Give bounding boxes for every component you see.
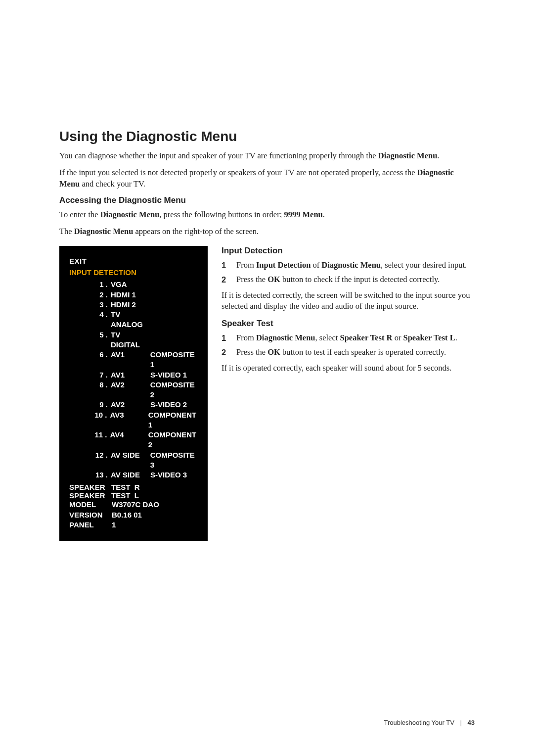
- menu-speaker-test-r: SPEAKER TEST R: [69, 483, 201, 491]
- list-item: 2 Press the OK button to test if each sp…: [222, 347, 475, 358]
- access-paragraph-2: The Diagnostic Menu appears on the right…: [59, 226, 475, 237]
- page-heading: Using the Diagnostic Menu: [59, 129, 475, 144]
- menu-input-label: AV2: [111, 380, 150, 400]
- menu-input-num: 8 .: [85, 380, 111, 400]
- menu-input-row: 7 .AV1S-VIDEO 1: [85, 370, 201, 380]
- speaker-test-list: 1 From Diagnostic Menu, select Speaker T…: [222, 332, 475, 358]
- menu-input-extra: S-VIDEO 2: [150, 400, 187, 410]
- menu-input-label: AV1: [111, 350, 150, 370]
- list-body: Press the OK button to check if the inpu…: [236, 274, 475, 285]
- menu-input-label: AV4: [110, 430, 148, 450]
- list-body: Press the OK button to test if each spea…: [236, 347, 475, 358]
- text: From: [236, 333, 256, 342]
- footer-separator: |: [460, 719, 462, 726]
- text-bold: Speaker Test R: [340, 333, 392, 342]
- menu-input-row: 1 .VGA: [85, 280, 201, 289]
- menu-input-extra: S-VIDEO 3: [150, 470, 187, 480]
- text-bold: Diagnostic Menu: [321, 260, 381, 270]
- text-bold: Input Detection: [256, 260, 311, 270]
- footer-page-number: 43: [468, 719, 475, 726]
- menu-input-num: 11 .: [85, 430, 110, 450]
- menu-input-num: 7 .: [85, 370, 111, 380]
- menu-input-num: 4 .: [85, 310, 111, 330]
- menu-exit: EXIT: [69, 257, 201, 265]
- menu-input-num: 10 .: [85, 410, 110, 430]
- text: of: [311, 260, 321, 270]
- menu-input-row: 6 .AV1COMPOSITE 1: [85, 350, 201, 370]
- menu-input-extra: COMPOSITE 3: [150, 450, 201, 471]
- menu-input-label: AV SIDE: [111, 450, 150, 471]
- menu-input-detection-title: INPUT DETECTION: [69, 268, 201, 277]
- menu-input-row: 13 .AV SIDES-VIDEO 3: [85, 470, 201, 480]
- menu-input-row: 10 .AV3COMPONENT 1: [85, 410, 201, 430]
- text: , select your desired input.: [381, 260, 467, 270]
- menu-input-extra: COMPONENT 1: [148, 410, 201, 430]
- menu-input-num: 1 .: [85, 280, 111, 289]
- menu-version-row: VERSION B0.16 01: [69, 510, 201, 520]
- menu-input-label: HDMI 2: [111, 300, 150, 310]
- menu-input-extra: COMPOSITE 1: [150, 350, 201, 370]
- text: .: [323, 210, 325, 219]
- menu-input-row: 2 .HDMI 1: [85, 290, 201, 300]
- menu-input-row: 8 .AV2COMPOSITE 2: [85, 380, 201, 400]
- input-detection-heading: Input Detection: [222, 246, 475, 256]
- text: The: [59, 227, 74, 236]
- menu-input-row: 12 .AV SIDECOMPOSITE 3: [85, 450, 201, 471]
- menu-input-row: 5 .TV DIGITAL: [85, 330, 201, 350]
- text: .: [437, 151, 439, 160]
- text: To enter the: [59, 210, 100, 219]
- text: Press the: [236, 347, 267, 357]
- list-number: 1: [222, 260, 236, 271]
- list-item: 1 From Diagnostic Menu, select Speaker T…: [222, 332, 475, 343]
- menu-input-label: AV SIDE: [111, 470, 150, 480]
- list-item: 2 Press the OK button to check if the in…: [222, 274, 475, 285]
- list-item: 1 From Input Detection of Diagnostic Men…: [222, 260, 475, 271]
- text: button to test if each speaker is operat…: [280, 347, 446, 357]
- speaker-test-heading: Speaker Test: [222, 319, 475, 329]
- text: , press the following buttons in order;: [159, 210, 284, 219]
- list-body: From Diagnostic Menu, select Speaker Tes…: [236, 332, 475, 343]
- menu-speaker-test-l: SPEAKER TEST L: [69, 491, 201, 500]
- text: .: [455, 333, 457, 342]
- text: Press the: [236, 275, 267, 284]
- text-bold: Diagnostic Menu: [74, 227, 134, 236]
- menu-input-num: 5 .: [85, 330, 111, 350]
- text: , select: [315, 333, 340, 342]
- text: or: [393, 333, 403, 342]
- menu-version-val: B0.16 01: [112, 510, 142, 520]
- menu-input-label: TV ANALOG: [111, 310, 150, 330]
- text-bold: Speaker Test L: [403, 333, 455, 342]
- intro-paragraph-2: If the input you selected is not detecte…: [59, 167, 475, 189]
- menu-input-label: AV1: [111, 370, 150, 380]
- diagnostic-menu-box: EXIT INPUT DETECTION 1 .VGA2 .HDMI 13 .H…: [59, 246, 208, 541]
- text-bold: 9999 Menu: [284, 210, 322, 219]
- menu-input-label: TV DIGITAL: [111, 330, 150, 350]
- menu-input-row: 3 .HDMI 2: [85, 300, 201, 310]
- menu-input-row: 11 .AV4COMPONENT 2: [85, 430, 201, 450]
- text: You can diagnose whether the input and s…: [59, 151, 378, 160]
- access-heading: Accessing the Diagnostic Menu: [59, 195, 475, 205]
- menu-input-num: 3 .: [85, 300, 111, 310]
- text: appears on the right-top of the screen.: [133, 227, 259, 236]
- input-detection-list: 1 From Input Detection of Diagnostic Men…: [222, 260, 475, 285]
- menu-input-label: HDMI 1: [111, 290, 150, 300]
- menu-panel-row: PANEL 1: [69, 520, 201, 530]
- text-bold: Diagnostic Menu: [378, 151, 438, 160]
- text: button to check if the input is detected…: [280, 275, 440, 284]
- intro-paragraph-1: You can diagnose whether the input and s…: [59, 150, 475, 161]
- menu-model-key: MODEL: [69, 500, 112, 510]
- right-column: Input Detection 1 From Input Detection o…: [222, 246, 475, 380]
- text: From: [236, 260, 256, 270]
- access-paragraph-1: To enter the Diagnostic Menu, press the …: [59, 209, 475, 220]
- menu-input-row: 9 .AV2S-VIDEO 2: [85, 400, 201, 410]
- page-footer: Troubleshooting Your TV | 43: [384, 719, 475, 726]
- menu-panel-key: PANEL: [69, 520, 112, 530]
- text-bold: OK: [267, 347, 280, 357]
- menu-input-list: 1 .VGA2 .HDMI 13 .HDMI 24 .TV ANALOG5 .T…: [85, 280, 201, 480]
- menu-input-row: 4 .TV ANALOG: [85, 310, 201, 330]
- menu-input-num: 6 .: [85, 350, 111, 370]
- list-number: 2: [222, 347, 236, 358]
- menu-input-num: 12 .: [85, 450, 111, 471]
- menu-input-num: 9 .: [85, 400, 111, 410]
- text: and check your TV.: [80, 179, 145, 189]
